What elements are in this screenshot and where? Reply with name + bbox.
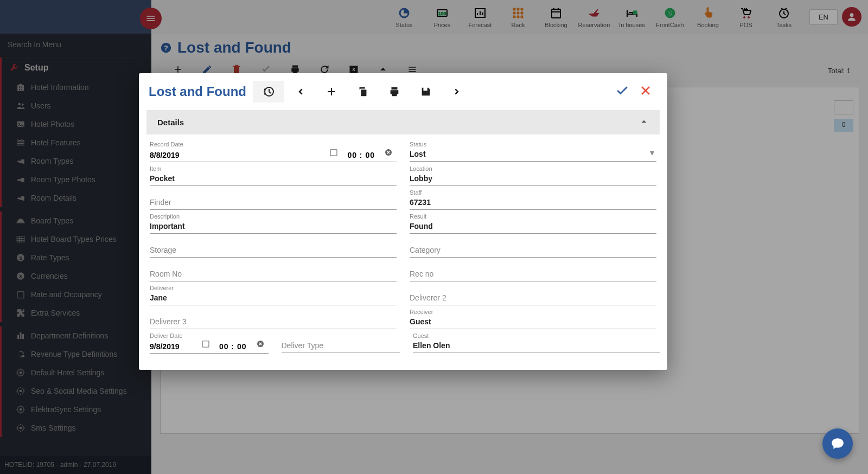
svg-rect-31 — [202, 341, 209, 347]
history-button[interactable] — [253, 81, 284, 103]
item-field[interactable]: Item Pocket — [146, 162, 400, 186]
rec-no-field[interactable]: . Rec no — [406, 258, 660, 281]
dialog-header: Lost and Found — [139, 73, 667, 110]
svg-rect-28 — [361, 89, 366, 96]
section-title: Details — [157, 118, 184, 127]
category-field[interactable]: . Category — [406, 234, 660, 258]
chevron-right-icon — [451, 86, 463, 98]
new-button[interactable] — [316, 81, 347, 103]
print-icon — [388, 86, 400, 98]
result-field[interactable]: Result Found — [406, 210, 660, 234]
history-icon — [262, 85, 275, 98]
details-section-header[interactable]: Details — [146, 110, 660, 134]
deliverer-field[interactable]: Deliverer Jane — [146, 281, 400, 305]
room-no-field[interactable]: . Room No — [146, 258, 400, 281]
dialog-confirm-button[interactable] — [615, 84, 629, 100]
status-field[interactable]: Status Lost ▾ — [406, 138, 660, 162]
print-dialog-button[interactable] — [379, 81, 410, 103]
finder-field[interactable]: . Finder — [146, 186, 400, 210]
details-form: Record Date 8/8/2019 00 : 00 Status Lost… — [139, 134, 667, 370]
location-field[interactable]: Location Lobby — [406, 162, 660, 186]
calendar-icon[interactable] — [329, 148, 339, 159]
calendar-icon[interactable] — [201, 339, 210, 351]
dialog-close-button[interactable] — [639, 84, 652, 99]
deliverer3-field[interactable]: . Deliverer 3 — [146, 305, 400, 329]
record-date-field[interactable]: Record Date 8/8/2019 00 : 00 — [146, 138, 400, 162]
chat-icon — [831, 437, 845, 451]
next-button[interactable] — [442, 81, 473, 103]
chevron-left-icon — [294, 86, 306, 98]
description-field[interactable]: Description Important — [146, 210, 400, 234]
chevron-up-icon — [639, 117, 649, 128]
guest-field[interactable]: Guest Ellen Olen — [410, 329, 663, 354]
clear-icon[interactable] — [256, 339, 265, 351]
dialog-title: Lost and Found — [149, 84, 246, 99]
svg-rect-29 — [330, 150, 337, 156]
close-icon — [639, 84, 652, 97]
storage-field[interactable]: . Storage — [146, 234, 400, 258]
lost-and-found-dialog: Lost and Found Details Record Date 8/8/2… — [139, 73, 667, 370]
copy-icon — [357, 86, 369, 98]
deliverer2-field[interactable]: . Deliverer 2 — [406, 281, 660, 305]
plus-icon — [325, 85, 338, 98]
chat-fab-button[interactable] — [822, 428, 853, 459]
prev-button[interactable] — [284, 81, 316, 103]
deliver-date-field[interactable]: Deliver Date 9/8/2019 00 : 00 — [146, 329, 272, 354]
save-button[interactable] — [410, 81, 442, 103]
clear-icon[interactable] — [384, 148, 393, 159]
deliver-type-field[interactable]: . Deliver Type — [278, 329, 404, 354]
check-icon — [615, 84, 629, 98]
copy-button[interactable] — [347, 81, 379, 103]
dialog-actions — [253, 81, 473, 103]
dropdown-icon: ▾ — [650, 148, 654, 158]
save-icon — [420, 86, 432, 98]
receiver-field[interactable]: Receiver Guest — [406, 305, 660, 329]
staff-field[interactable]: Staff 67231 — [406, 186, 660, 210]
